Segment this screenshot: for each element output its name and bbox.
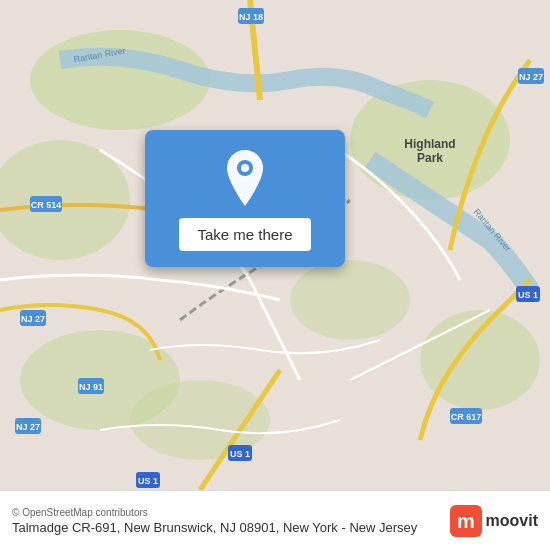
moovit-logo: m moovit xyxy=(450,505,538,537)
svg-text:Park: Park xyxy=(417,151,443,165)
svg-text:CR 514: CR 514 xyxy=(31,200,62,210)
svg-text:NJ 91: NJ 91 xyxy=(79,382,103,392)
svg-point-4 xyxy=(290,260,410,340)
svg-text:NJ 18: NJ 18 xyxy=(239,12,263,22)
moovit-icon: m xyxy=(450,505,482,537)
svg-text:NJ 27: NJ 27 xyxy=(519,72,543,82)
moovit-text: moovit xyxy=(486,512,538,530)
map-container: NJ 18 NJ 27 US 1 US 1 US 1 CR 514 NJ 27 … xyxy=(0,0,550,490)
copyright-text: © OpenStreetMap contributors xyxy=(12,507,440,518)
svg-text:m: m xyxy=(457,510,475,532)
svg-text:US 1: US 1 xyxy=(518,290,538,300)
bottom-bar: © OpenStreetMap contributors Talmadge CR… xyxy=(0,490,550,550)
svg-text:NJ 27: NJ 27 xyxy=(21,314,45,324)
svg-text:NJ 27: NJ 27 xyxy=(16,422,40,432)
overlay-card: Take me there xyxy=(145,130,345,267)
svg-text:US 1: US 1 xyxy=(230,449,250,459)
svg-point-33 xyxy=(241,164,249,172)
svg-text:Highland: Highland xyxy=(404,137,455,151)
take-me-there-button[interactable]: Take me there xyxy=(179,218,310,251)
svg-text:CR 617: CR 617 xyxy=(451,412,482,422)
svg-text:US 1: US 1 xyxy=(138,476,158,486)
map-pin-icon xyxy=(221,150,269,206)
location-info: Talmadge CR-691, New Brunswick, NJ 08901… xyxy=(12,520,440,535)
